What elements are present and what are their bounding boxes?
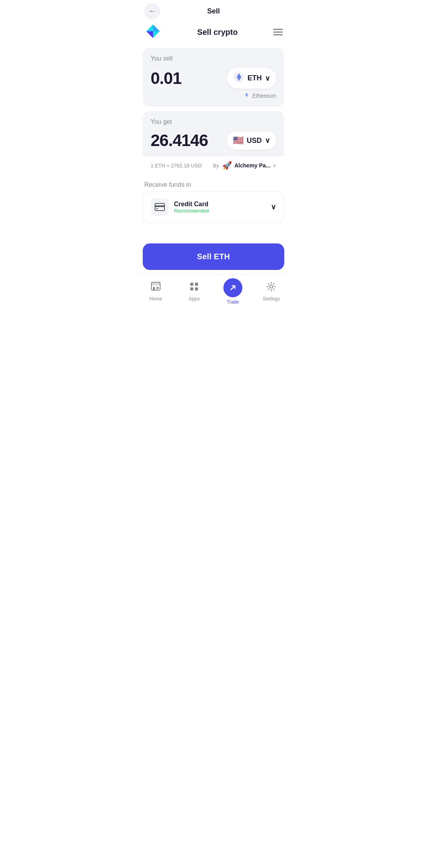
home-icon [151,281,161,294]
payment-method-name: Credit Card [174,201,209,208]
nav-settings-label: Settings [263,296,280,302]
token-selector-button[interactable]: ETH ∨ [227,68,276,89]
svg-rect-14 [156,208,158,209]
back-icon: ← [149,7,156,15]
svg-rect-18 [157,287,159,289]
payment-method-selector[interactable]: Credit Card Recommended ∨ [143,192,284,222]
bottom-navigation: Home Apps Trade Settings [136,274,291,313]
usd-flag-icon: 🇺🇸 [233,135,244,146]
settings-icon [266,281,276,294]
eth-icon [233,72,244,85]
svg-rect-13 [155,205,164,207]
nav-apps-label: Apps [189,296,200,302]
you-get-row: 26.4146 🇺🇸 USD ∨ [151,131,276,150]
you-get-bottom: 1 ETH ≈ 2762.18 USD By 🚀 Alchemy Pa... ∨ [143,156,284,175]
main-content: You sell 0.01 ETH ∨ [136,48,291,237]
you-sell-label: You sell [151,55,276,62]
you-get-top: You get 26.4146 🇺🇸 USD ∨ [143,111,284,156]
svg-rect-19 [190,283,193,286]
token-label: ETH [248,74,262,82]
nav-trade-label: Trade [227,299,239,305]
token-chevron-icon: ∨ [265,74,270,83]
page-title: Sell [207,7,220,15]
apps-icon [189,281,199,294]
you-sell-card: You sell 0.01 ETH ∨ [143,48,284,106]
back-button[interactable]: ← [144,4,160,19]
trade-icon [223,278,242,297]
payment-chevron-icon: ∨ [271,203,276,211]
menu-line-2 [273,32,283,32]
nav-home-label: Home [149,296,162,302]
sell-button-wrapper: Sell ETH [136,237,291,274]
payment-left: Credit Card Recommended [151,198,209,216]
svg-point-23 [270,285,273,288]
sell-amount: 0.01 [151,69,181,88]
svg-rect-16 [151,282,160,285]
currency-label: USD [247,137,262,145]
exchange-rate: 1 ETH ≈ 2762.18 USD [151,163,210,169]
menu-line-1 [273,29,283,30]
menu-line-3 [273,34,283,35]
receive-label: Receive funds in [143,180,284,192]
by-label: By [213,163,219,169]
provider-selector[interactable]: By 🚀 Alchemy Pa... ∨ [213,161,276,170]
provider-logo-icon: 🚀 [222,161,232,170]
svg-marker-3 [153,25,160,31]
token-full-name: Ethereum [252,93,276,99]
menu-button[interactable] [273,29,283,35]
you-get-label: You get [151,118,276,125]
currency-selector-button[interactable]: 🇺🇸 USD ∨ [227,131,276,150]
currency-chevron-icon: ∨ [265,136,270,145]
you-get-card: You get 26.4146 🇺🇸 USD ∨ 1 ETH ≈ 2762.18… [143,111,284,175]
svg-rect-17 [153,287,155,290]
provider-name: Alchemy Pa... [234,162,270,169]
receive-section: Receive funds in Credit Card Recommended… [143,180,284,222]
app-header: Sell crypto [136,19,291,48]
top-bar: ← Sell [136,0,291,19]
svg-rect-21 [190,287,193,291]
svg-rect-22 [195,287,198,291]
nav-item-settings[interactable]: Settings [259,281,284,302]
svg-rect-20 [195,283,198,286]
nav-item-apps[interactable]: Apps [181,281,207,302]
svg-marker-2 [146,31,153,38]
token-name-sub: Ethereum [151,92,276,99]
payment-info: Credit Card Recommended [174,201,209,214]
sell-eth-button[interactable]: Sell ETH [143,243,284,270]
app-header-title: Sell crypto [197,28,238,37]
get-amount: 26.4146 [151,131,208,150]
provider-chevron-icon: ∨ [273,163,276,168]
you-sell-row: 0.01 ETH ∨ [151,68,276,89]
app-logo [144,23,162,42]
nav-item-trade[interactable]: Trade [220,278,246,305]
credit-card-icon [151,198,168,216]
nav-item-home[interactable]: Home [143,281,168,302]
payment-recommended-badge: Recommended [174,208,209,214]
eth-small-icon [244,92,250,99]
